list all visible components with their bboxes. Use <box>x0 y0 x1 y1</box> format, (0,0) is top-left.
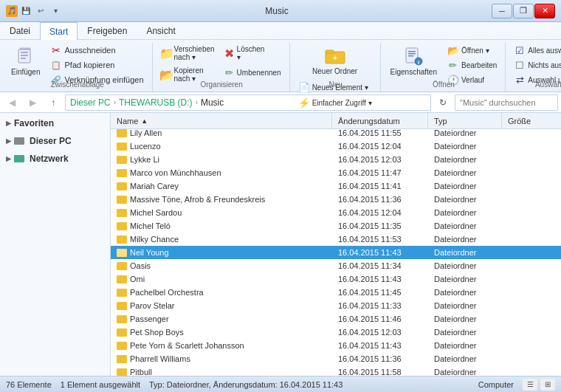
cut-label: Ausschneiden <box>64 46 115 55</box>
file-date-cell: 16.04.2015 11:36 <box>332 195 428 204</box>
table-row[interactable]: Marco von Münchhausen16.04.2015 11:47Dat… <box>111 166 561 179</box>
copy-path-icon: 📋 <box>50 59 62 71</box>
rename-button[interactable]: ✏ Umbenennen <box>220 64 285 80</box>
select-none-button[interactable]: ☐ Nichts auswählen <box>510 58 561 72</box>
tab-start[interactable]: Start <box>40 22 78 40</box>
copy-path-label: Pfad kopieren <box>64 61 114 69</box>
table-row[interactable]: Michel Sardou16.04.2015 12:04Dateiordner <box>111 206 561 219</box>
easy-access-button[interactable]: ⚡ Einfacher Zugriff ▾ <box>295 95 376 110</box>
tab-freigeben[interactable]: Freigeben <box>78 22 137 39</box>
open-button[interactable]: 📂 Öffnen ▾ <box>444 43 500 58</box>
status-bar: 76 Elemente 1 Element ausgewählt Typ: Da… <box>0 376 561 392</box>
large-icons-button[interactable]: ⊞ <box>540 379 555 391</box>
table-row[interactable]: Mariah Carey16.04.2015 11:41Dateiordner <box>111 179 561 193</box>
table-row[interactable]: Lykke Li16.04.2015 12:03Dateiordner <box>111 153 561 166</box>
delete-label: Löschen <box>237 45 265 53</box>
table-row[interactable]: Pharrell Williams16.04.2015 11:36Dateior… <box>111 352 561 365</box>
quick-save-button[interactable]: 💾 <box>19 4 32 18</box>
table-row[interactable]: Oasis16.04.2015 11:34Dateiordner <box>111 259 561 272</box>
table-row[interactable]: Pitbull16.04.2015 11:58Dateiordner <box>111 365 561 376</box>
svg-rect-9 <box>408 51 416 52</box>
window-title: Music <box>62 6 492 16</box>
file-type-cell: Dateiordner <box>428 221 502 230</box>
col-type-label: Typ <box>434 117 447 125</box>
file-type-cell: Dateiordner <box>428 195 502 204</box>
col-header-size[interactable]: Größe <box>502 113 561 128</box>
network-label: Netzwerk <box>30 154 69 164</box>
file-name: Pet Shop Boys <box>130 328 184 337</box>
folder-icon <box>117 289 127 297</box>
table-row[interactable]: Massive Töne, Afrob & Freundeskreis16.04… <box>111 193 561 206</box>
select-all-label: Alles auswählen <box>528 47 561 55</box>
svg-rect-6 <box>326 50 334 53</box>
new-folder-button[interactable]: + Neuer Ordner <box>295 43 376 79</box>
edit-label: Bearbeiten <box>461 61 497 69</box>
file-type-cell: Dateiordner <box>428 328 502 337</box>
back-button[interactable]: ◀ <box>3 94 21 111</box>
svg-rect-2 <box>21 52 28 53</box>
table-row[interactable]: Michel Teló16.04.2015 11:35Dateiordner <box>111 219 561 233</box>
folder-icon <box>117 156 127 164</box>
pc-icon <box>14 137 24 145</box>
minimize-button[interactable]: ─ <box>492 4 512 18</box>
file-name-cell: Passenger <box>111 314 332 323</box>
sidebar-section-network: ▶ Netzwerk <box>0 151 110 166</box>
svg-rect-10 <box>408 53 416 55</box>
favorites-arrow-icon: ▶ <box>6 120 11 127</box>
file-date-cell: 16.04.2015 12:04 <box>332 208 428 217</box>
quick-dropdown-button[interactable]: ▾ <box>49 4 62 18</box>
table-row[interactable]: Lucenzo16.04.2015 12:04Dateiordner <box>111 140 561 153</box>
ribbon-group-open: i Eigenschaften 📂 Öffnen ▾ ✏ Bearbeiten <box>382 43 506 92</box>
file-date-cell: 16.04.2015 11:53 <box>332 235 428 244</box>
close-button[interactable]: ✕ <box>534 4 555 18</box>
file-date-cell: 16.04.2015 11:47 <box>332 168 428 177</box>
file-name: Milky Chance <box>130 235 179 244</box>
status-count: 76 Elemente <box>6 380 52 389</box>
forward-button[interactable]: ▶ <box>24 94 41 111</box>
quick-undo-button[interactable]: ↩ <box>34 4 47 18</box>
file-type-cell: Dateiordner <box>428 208 502 217</box>
search-input[interactable] <box>460 98 561 107</box>
table-row[interactable]: Neil Young16.04.2015 11:43Dateiordner <box>111 246 561 259</box>
paste-button[interactable]: Einfügen <box>6 43 45 79</box>
edit-button[interactable]: ✏ Bearbeiten <box>444 58 500 72</box>
path-part-music[interactable]: Music <box>201 97 224 108</box>
file-list-body[interactable]: John Adams Orchestra & The Titanic Sou..… <box>111 129 561 376</box>
col-header-type[interactable]: Typ <box>428 113 502 128</box>
table-row[interactable]: Milky Chance16.04.2015 11:53Dateiordner <box>111 233 561 246</box>
table-row[interactable]: Omi16.04.2015 11:43Dateiordner <box>111 272 561 286</box>
file-type-cell: Dateiordner <box>428 354 502 363</box>
sidebar-header-pc[interactable]: ▶ Dieser PC <box>0 134 110 148</box>
properties-button[interactable]: i Eigenschaften <box>385 43 442 79</box>
restore-button[interactable]: ❐ <box>513 4 534 18</box>
select-all-button[interactable]: ☑ Alles auswählen <box>510 43 561 58</box>
sidebar-section-favorites: ▶ Favoriten <box>0 116 110 131</box>
file-name: Omi <box>130 275 145 283</box>
table-row[interactable]: Lily Allen16.04.2015 11:55Dateiordner <box>111 129 561 140</box>
table-row[interactable]: Pete Yorn & Scarlett Johansson16.04.2015… <box>111 339 561 352</box>
file-name: Lucenzo <box>130 142 161 151</box>
file-name: Pharrell Williams <box>130 354 190 363</box>
svg-text:i: i <box>418 59 419 66</box>
copy-path-button[interactable]: 📋 Pfad kopieren <box>47 58 147 72</box>
svg-rect-3 <box>21 55 28 56</box>
move-button[interactable]: 📁 Verschieben nach ▾ <box>157 43 218 63</box>
tab-datei[interactable]: Datei <box>0 22 40 39</box>
folder-icon <box>117 355 127 363</box>
table-row[interactable]: Passenger16.04.2015 11:46Dateiordner <box>111 312 561 326</box>
table-row[interactable]: Pachelbel Orchestra16.04.2015 11:45Datei… <box>111 286 561 299</box>
sidebar-header-favorites[interactable]: ▶ Favoriten <box>0 116 110 131</box>
folder-icon <box>117 182 127 190</box>
app-icon: 🎵 <box>6 5 18 17</box>
cut-button[interactable]: ✂ Ausschneiden <box>47 43 147 58</box>
tab-ansicht[interactable]: Ansicht <box>137 22 185 39</box>
sidebar-header-network[interactable]: ▶ Netzwerk <box>0 151 110 166</box>
file-date-cell: 16.04.2015 11:43 <box>332 275 428 283</box>
folder-icon <box>117 209 127 217</box>
table-row[interactable]: Parov Stelar16.04.2015 11:33Dateiordner <box>111 299 561 312</box>
folder-icon <box>117 275 127 283</box>
delete-button[interactable]: ✖ Löschen ▾ <box>220 43 285 63</box>
table-row[interactable]: Pet Shop Boys16.04.2015 12:03Dateiordner <box>111 326 561 339</box>
file-name: Pete Yorn & Scarlett Johansson <box>130 341 244 350</box>
details-view-button[interactable]: ☰ <box>523 379 537 391</box>
